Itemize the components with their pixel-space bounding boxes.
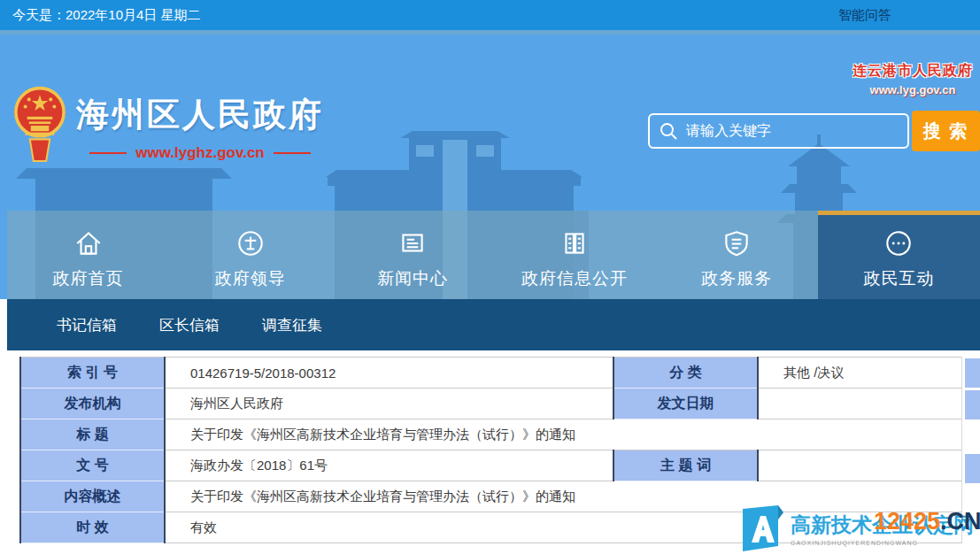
site-header: 海州区人民政府 www.lyghz.gov.cn 连云港市人民政府 www.ly… — [0, 35, 980, 299]
table-row: 文 号 海政办发〔2018〕61号 主 题 词 — [20, 450, 961, 481]
nav-item-public-interaction[interactable]: 政民互动 — [818, 211, 980, 299]
title-value: 关于印发《海州区高新技术企业培育与管理办法（试行）》的通知 — [165, 419, 961, 450]
cutoff-label-cell — [965, 358, 980, 388]
issuing-agency-label: 发布机构 — [20, 389, 165, 419]
watermark-text: 高新技术企业认定网 12425.CN GAOXINJISHUQIYERENDIN… — [791, 512, 977, 546]
national-emblem-logo — [12, 84, 67, 164]
home-icon — [73, 227, 104, 260]
index-number-value: 01426719-5/2018-00312 — [165, 358, 613, 389]
smart-qa-link[interactable]: 智能问答 — [838, 7, 891, 24]
table-row: 发布机构 海州区人民政府 发文日期 — [20, 389, 961, 419]
main-navigation: 政府首页 政府领导 新闻中心 — [7, 211, 980, 299]
search-area: 搜 索 — [648, 111, 980, 151]
title-label: 标 题 — [20, 419, 165, 450]
index-number-label: 索 引 号 — [20, 358, 165, 389]
current-date-text: 今天是：2022年10月4日 星期二 — [12, 7, 201, 24]
nav-item-label: 政府信息公开 — [521, 267, 628, 290]
publish-date-value — [758, 389, 961, 419]
nav-item-label: 新闻中心 — [377, 267, 448, 290]
cutoff-label-cell — [965, 390, 980, 419]
subnav-item-survey[interactable]: 调查征集 — [262, 315, 322, 335]
url-dash-right — [274, 152, 311, 154]
doc-number-label: 文 号 — [20, 450, 165, 481]
subnav-item-mayor-mailbox[interactable]: 区长信箱 — [159, 315, 220, 335]
news-icon — [397, 227, 428, 260]
nav-item-label: 政民互动 — [863, 267, 934, 290]
category-label: 分 类 — [613, 358, 758, 389]
doc-number-value: 海政办发〔2018〕61号 — [165, 450, 613, 481]
public-interaction-icon — [883, 227, 914, 260]
nav-item-gov-service[interactable]: 政务服务 — [656, 211, 818, 299]
nav-item-leaders[interactable]: 政府领导 — [169, 211, 331, 299]
issuing-agency-value: 海州区人民政府 — [165, 389, 613, 419]
summary-label: 内容概述 — [20, 481, 165, 512]
subject-words-value — [758, 450, 961, 481]
nav-item-info-disclosure[interactable]: 政府信息公开 — [494, 211, 656, 299]
url-dash-left — [89, 152, 127, 154]
leader-icon — [235, 227, 266, 260]
subject-words-label: 主 题 词 — [613, 450, 758, 481]
validity-label: 时 效 — [20, 512, 165, 543]
watermark-number: 12425 — [874, 508, 940, 535]
nav-item-label: 政府领导 — [215, 267, 286, 290]
search-box[interactable] — [648, 113, 909, 149]
site-url-text: www.lyghz.gov.cn — [135, 144, 264, 162]
search-input[interactable] — [686, 123, 899, 139]
city-gov-url: www.lyg.gov.cn — [853, 83, 973, 96]
nav-item-label: 政务服务 — [701, 267, 772, 290]
search-button[interactable]: 搜 索 — [912, 111, 980, 151]
watermark-a-icon — [739, 504, 785, 553]
gov-service-icon — [721, 227, 752, 260]
nav-item-home[interactable]: 政府首页 — [7, 211, 169, 299]
cutoff-label-cell — [965, 454, 980, 483]
publish-date-label: 发文日期 — [613, 389, 758, 419]
city-gov-name: 连云港市人民政府 — [853, 62, 973, 81]
watermark-suffix: .CN — [940, 508, 980, 535]
category-value: 其他 /决议 — [758, 358, 961, 389]
watermark-domain: 12425.CN — [874, 508, 980, 535]
nav-item-news[interactable]: 新闻中心 — [331, 211, 493, 299]
site-watermark: 高新技术企业认定网 12425.CN GAOXINJISHUQIYERENDIN… — [739, 504, 977, 553]
site-url-line: www.lyghz.gov.cn — [76, 144, 324, 162]
sub-navigation: 书记信箱 区长信箱 调查征集 — [7, 299, 980, 350]
info-disclosure-icon — [559, 227, 590, 260]
city-gov-link[interactable]: 连云港市人民政府 www.lyg.gov.cn — [853, 62, 973, 96]
table-row: 标 题 关于印发《海州区高新技术企业培育与管理办法（试行）》的通知 — [20, 419, 961, 450]
search-icon — [659, 121, 678, 141]
watermark-pinyin: GAOXINJISHUQIYERENDINGWANG — [791, 540, 974, 546]
nav-item-label: 政府首页 — [53, 267, 124, 290]
subnav-item-secretary-mailbox[interactable]: 书记信箱 — [57, 315, 117, 335]
site-title: 海州区人民政府 — [76, 93, 324, 137]
top-bar: 今天是：2022年10月4日 星期二 智能问答 — [0, 0, 980, 30]
site-brand: 海州区人民政府 www.lyghz.gov.cn — [12, 84, 324, 164]
table-row: 索 引 号 01426719-5/2018-00312 分 类 其他 /决议 — [20, 358, 961, 389]
